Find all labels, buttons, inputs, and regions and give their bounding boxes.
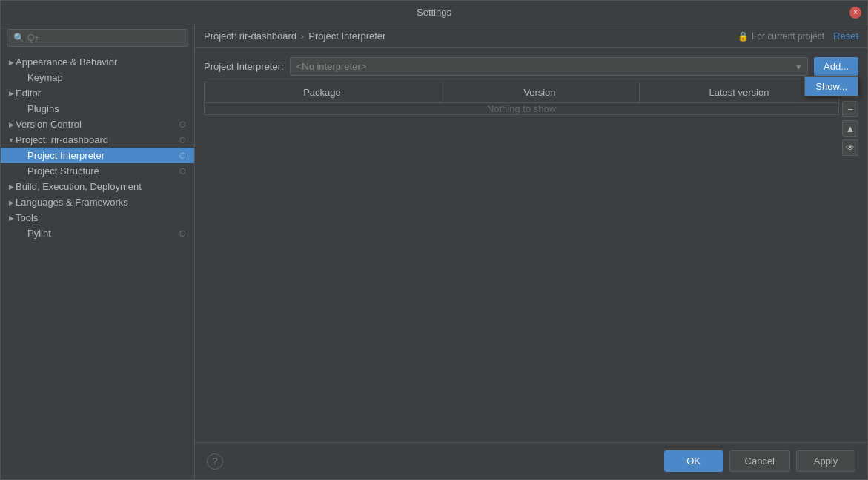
- arrow-icon: ▶: [7, 214, 16, 222]
- external-icon: ⬡: [179, 120, 188, 129]
- arrow-spacer: [19, 74, 27, 82]
- right-panel: Project: rir-dashboard › Project Interpr…: [195, 24, 867, 479]
- add-dropdown-menu: Show...: [804, 76, 858, 96]
- sidebar-item-project[interactable]: ▼ Project: rir-dashboard ⬡: [1, 132, 194, 148]
- sidebar: 🔍 ▶ Appearance & Behavior Keymap ▶ Edit: [1, 24, 195, 479]
- dialog-title: Settings: [417, 7, 451, 18]
- add-button-container: Add... Show...: [814, 57, 858, 76]
- panel-body: Project Interpreter: <No interpreter> ▼ …: [195, 48, 867, 442]
- search-icon: 🔍: [13, 33, 24, 43]
- breadcrumb-separator: ›: [301, 30, 304, 42]
- sidebar-item-tools[interactable]: ▶ Tools: [1, 210, 194, 226]
- external-icon: ⬡: [179, 167, 188, 176]
- ok-button[interactable]: OK: [664, 450, 723, 472]
- arrow-icon: ▶: [7, 121, 16, 128]
- package-table: Package Version Latest version Nothing t…: [204, 82, 839, 115]
- table-wrapper: Package Version Latest version Nothing t…: [204, 82, 858, 433]
- external-icon: ⬡: [179, 136, 188, 145]
- footer: ? OK Cancel Apply: [195, 442, 867, 479]
- interpreter-label: Project Interpreter:: [204, 61, 284, 72]
- sidebar-item-pylint[interactable]: Pylint ⬡: [1, 226, 194, 241]
- nav-tree: ▶ Appearance & Behavior Keymap ▶ Editor …: [1, 51, 194, 479]
- eye-button[interactable]: 👁: [842, 139, 858, 156]
- sidebar-item-build[interactable]: ▶ Build, Execution, Deployment: [1, 179, 194, 194]
- panel-header: Project: rir-dashboard › Project Interpr…: [195, 24, 867, 48]
- arrow-spacer: [19, 230, 27, 237]
- sidebar-item-project-interpreter[interactable]: Project Interpreter ⬡: [1, 148, 194, 163]
- eye-icon: 👁: [846, 142, 855, 153]
- col-header-version: Version: [440, 82, 640, 102]
- scroll-up-button[interactable]: ▲: [842, 120, 858, 137]
- search-box[interactable]: 🔍: [7, 29, 188, 47]
- remove-package-button[interactable]: −: [842, 101, 858, 117]
- add-button[interactable]: Add...: [814, 57, 858, 76]
- cancel-button[interactable]: Cancel: [729, 450, 790, 472]
- sidebar-item-project-structure[interactable]: Project Structure ⬡: [1, 163, 194, 179]
- breadcrumb-project: Project: rir-dashboard: [204, 30, 296, 42]
- arrow-icon: ▶: [7, 90, 16, 97]
- lock-icon: 🔒: [738, 31, 749, 42]
- arrow-icon: ▶: [7, 183, 16, 191]
- table-header: Package Version Latest version: [205, 82, 838, 103]
- arrow-spacer: [19, 105, 27, 113]
- for-current-project: 🔒 For current project: [738, 31, 824, 42]
- external-icon: ⬡: [179, 151, 188, 160]
- sidebar-item-appearance[interactable]: ▶ Appearance & Behavior: [1, 54, 194, 70]
- sidebar-item-version-control[interactable]: ▶ Version Control ⬡: [1, 116, 194, 132]
- external-icon: ⬡: [179, 229, 188, 238]
- help-button[interactable]: ?: [207, 453, 223, 470]
- main-content: 🔍 ▶ Appearance & Behavior Keymap ▶ Edit: [1, 24, 867, 479]
- apply-button[interactable]: Apply: [796, 450, 855, 472]
- empty-message: Nothing to show: [487, 103, 556, 114]
- interpreter-row: Project Interpreter: <No interpreter> ▼ …: [204, 57, 858, 76]
- arrow-spacer: [19, 152, 27, 160]
- table-body: Nothing to show: [205, 103, 838, 114]
- reset-button[interactable]: Reset: [833, 30, 858, 42]
- interpreter-select-wrapper: <No interpreter> ▼: [290, 57, 808, 76]
- sidebar-item-plugins[interactable]: Plugins: [1, 101, 194, 116]
- interpreter-select[interactable]: <No interpreter>: [290, 57, 808, 76]
- sidebar-item-editor[interactable]: ▶ Editor: [1, 85, 194, 101]
- breadcrumb-page: Project Interpreter: [308, 30, 385, 42]
- settings-dialog: Settings × 🔍 ▶ Appearance & Behavior Key…: [0, 0, 868, 480]
- sidebar-item-keymap[interactable]: Keymap: [1, 70, 194, 85]
- arrow-spacer: [19, 168, 27, 175]
- add-menu-item-show[interactable]: Show...: [805, 77, 858, 96]
- title-bar: Settings ×: [1, 1, 867, 24]
- col-header-package: Package: [205, 82, 440, 102]
- arrow-icon: ▶: [7, 199, 16, 206]
- arrow-icon: ▼: [7, 137, 16, 144]
- close-button[interactable]: ×: [849, 7, 861, 19]
- sidebar-item-languages[interactable]: ▶ Languages & Frameworks: [1, 194, 194, 210]
- breadcrumb: Project: rir-dashboard › Project Interpr…: [204, 30, 738, 42]
- arrow-icon: ▶: [7, 59, 16, 66]
- footer-left: ?: [207, 453, 223, 470]
- search-input[interactable]: [27, 33, 182, 43]
